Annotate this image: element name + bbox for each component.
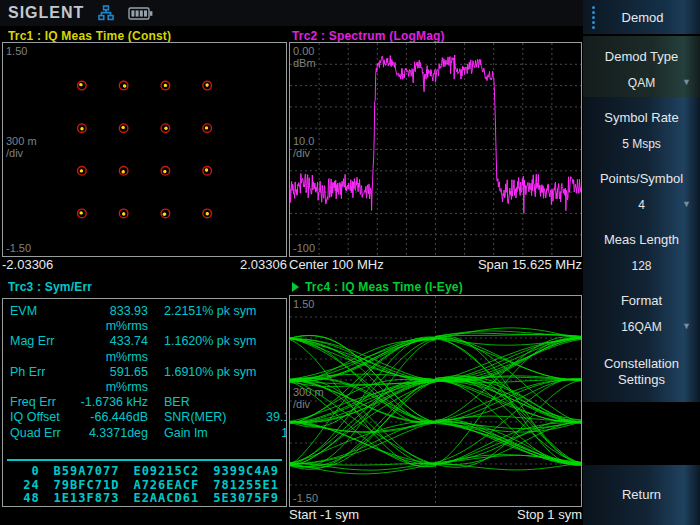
hex-group: 79BFC71D bbox=[54, 479, 120, 493]
hex-group: E09215C2 bbox=[133, 465, 199, 479]
hex-group: 9399C4A9 bbox=[213, 465, 279, 479]
meas-value: -66.446dB bbox=[68, 410, 148, 425]
hex-offset: 0 bbox=[10, 465, 40, 479]
menu-item-meas-length[interactable]: Meas Length 128 bbox=[583, 219, 700, 280]
meas-label: BER bbox=[148, 395, 266, 410]
hex-row: 481E13F873E2AACD615E3075F9 bbox=[10, 492, 279, 506]
eye-diagram-trace bbox=[290, 296, 581, 506]
meas-value: 39.158dB bbox=[266, 410, 287, 425]
trc2-x-axis-labels: Center 100 MHz Span 15.625 MHz bbox=[289, 257, 582, 272]
menu-item-return[interactable]: Return bbox=[583, 465, 700, 525]
meas-value: 126.41 mdB bbox=[266, 426, 287, 456]
trc4-x-axis-labels: Start -1 sym Stop 1 sym bbox=[289, 507, 582, 522]
menu-item-points-per-symbol[interactable]: Points/Symbol 4 ▼ bbox=[583, 158, 700, 219]
siglent-logo: SIGLENT bbox=[8, 4, 84, 22]
menu-title: Demod bbox=[595, 10, 690, 25]
hex-row: 0B59A7077E09215C29399C4A9 bbox=[10, 465, 279, 479]
meas-value: 74 bbox=[266, 365, 287, 395]
trc2-title: Trc2 : Spectrum (LogMag) bbox=[292, 29, 445, 43]
menu-sidebar: Demod Demod Type QAM ▼ Symbol Rate 5 Msp… bbox=[583, 0, 700, 525]
trc4-title-text: Trc4 : IQ Meas Time (I-Eye) bbox=[305, 280, 463, 294]
trc4-eye-plot: 1.50 300 m /div -1.50 bbox=[289, 295, 582, 507]
meas-value: 117 bbox=[266, 334, 287, 364]
hex-group: E2AACD61 bbox=[133, 492, 199, 506]
battery-icon bbox=[128, 6, 154, 21]
meas-value: -1.6736 kHz bbox=[68, 395, 148, 410]
meas-label: Gain Im bbox=[148, 426, 266, 456]
hex-group: 1E13F873 bbox=[54, 492, 120, 506]
hex-group: A726EACF bbox=[133, 479, 199, 493]
trc1-title: Trc1 : IQ Meas Time (Const) bbox=[8, 29, 171, 43]
analyzer-screen: SIGLENT Trc1 : IQ Meas Time (Const) 1.50 bbox=[0, 0, 700, 525]
trc3-symerr-panel: EVM833.93 m%rms2.2151% pk sym74Mag Err43… bbox=[2, 298, 287, 507]
meas-label: SNR(MER) bbox=[148, 410, 266, 425]
center-frequency-label: Center 100 MHz bbox=[289, 257, 384, 272]
hex-group: DE705674 bbox=[54, 506, 120, 507]
error-summary-table: EVM833.93 m%rms2.2151% pk sym74Mag Err43… bbox=[3, 299, 286, 456]
trc4-title: Trc4 : IQ Meas Time (I-Eye) bbox=[292, 280, 463, 294]
meas-value: 833.93 m%rms bbox=[68, 304, 148, 334]
menu-item-format[interactable]: Format 16QAM ▼ bbox=[583, 280, 700, 341]
eye-stop-label: Stop 1 sym bbox=[517, 507, 582, 522]
menu-item-symbol-rate[interactable]: Symbol Rate 5 Msps bbox=[583, 97, 700, 158]
meas-label: Ph Err bbox=[10, 365, 68, 395]
dropdown-icon: ▼ bbox=[682, 77, 691, 87]
hex-group: B59A7077 bbox=[54, 465, 120, 479]
lan-icon bbox=[98, 5, 114, 21]
meas-label: EVM bbox=[10, 304, 68, 334]
hex-group: 5E3075F9 bbox=[213, 492, 279, 506]
trc2-spectrum-plot: 0.00 dBm 10.0 /div -100 bbox=[289, 42, 582, 257]
top-status-bar: SIGLENT bbox=[0, 0, 583, 26]
dropdown-icon: ▼ bbox=[682, 199, 691, 209]
meas-value: 591.65 m%rms bbox=[68, 365, 148, 395]
trc1-constellation-plot: 1.50 300 m /div -1.50 bbox=[2, 42, 287, 257]
trc3-title: Trc3 : Sym/Err bbox=[8, 280, 92, 294]
meas-label: Quad Err bbox=[10, 426, 68, 456]
meas-value: 74 bbox=[266, 304, 287, 334]
menu-item-demod-type[interactable]: Demod Type QAM ▼ bbox=[583, 36, 700, 97]
table-separator bbox=[7, 459, 282, 461]
hex-row: 2479BFC71DA726EACF781255E1 bbox=[10, 479, 279, 493]
trc1-x-axis-labels: -2.03306 2.03306 bbox=[2, 257, 287, 272]
eye-start-label: Start -1 sym bbox=[289, 507, 359, 522]
hex-offset: 48 bbox=[10, 492, 40, 506]
symbol-hex-table: 0B59A7077E09215C29399C4A92479BFC71DA726E… bbox=[3, 464, 286, 507]
hex-offset: 24 bbox=[10, 479, 40, 493]
constellation-trace bbox=[3, 43, 286, 256]
meas-label: Mag Err bbox=[10, 334, 68, 364]
trc1-x-min: -2.03306 bbox=[2, 257, 53, 272]
meas-label: 2.2151% pk sym bbox=[148, 304, 266, 334]
meas-label: IQ Offset bbox=[10, 410, 68, 425]
meas-label: 1.6910% pk sym bbox=[148, 365, 266, 395]
span-label: Span 15.625 MHz bbox=[478, 257, 582, 272]
hex-group: 4146F016 bbox=[213, 506, 279, 507]
trc1-x-max: 2.03306 bbox=[240, 257, 287, 272]
meas-label: Freq Err bbox=[10, 395, 68, 410]
menu-item-constellation-settings[interactable]: Constellation Settings bbox=[583, 341, 700, 402]
meas-value: 4.3371deg bbox=[68, 426, 148, 456]
meas-value: % bbox=[266, 395, 287, 410]
hex-group: 544C8CEF bbox=[133, 506, 199, 507]
hex-offset: 72 bbox=[10, 506, 40, 507]
active-trace-icon bbox=[292, 282, 299, 292]
meas-value: 433.74 m%rms bbox=[68, 334, 148, 364]
menu-header[interactable]: Demod bbox=[583, 0, 700, 34]
dropdown-icon: ▼ bbox=[682, 321, 691, 331]
hex-row: 72DE705674544C8CEF4146F016 bbox=[10, 506, 279, 507]
spectrum-trace bbox=[290, 43, 581, 256]
meas-label: 1.1620% pk sym bbox=[148, 334, 266, 364]
hex-group: 781255E1 bbox=[213, 479, 279, 493]
